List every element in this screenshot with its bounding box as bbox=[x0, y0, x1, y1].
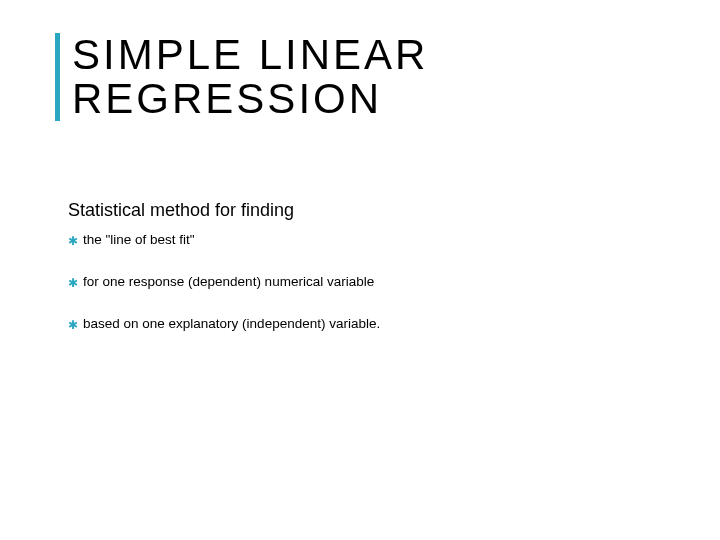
list-item: ✱ based on one explanatory (independent)… bbox=[68, 316, 628, 332]
list-item: ✱ the "line of best fit" bbox=[68, 232, 628, 248]
title-line-1: SIMPLE LINEAR bbox=[72, 31, 428, 78]
slide: SIMPLE LINEAR REGRESSION Statistical met… bbox=[0, 0, 720, 540]
bullet-list: ✱ the "line of best fit" ✱ for one respo… bbox=[68, 232, 628, 358]
slide-title: SIMPLE LINEAR REGRESSION bbox=[72, 33, 428, 121]
accent-bar bbox=[55, 33, 60, 121]
bullet-text: for one response (dependent) numerical v… bbox=[83, 274, 374, 290]
starburst-icon: ✱ bbox=[68, 276, 78, 290]
bullet-text: based on one explanatory (independent) v… bbox=[83, 316, 380, 332]
starburst-icon: ✱ bbox=[68, 234, 78, 248]
slide-subtitle: Statistical method for finding bbox=[68, 200, 294, 221]
title-line-2: REGRESSION bbox=[72, 75, 382, 122]
list-item: ✱ for one response (dependent) numerical… bbox=[68, 274, 628, 290]
starburst-icon: ✱ bbox=[68, 318, 78, 332]
bullet-text: the "line of best fit" bbox=[83, 232, 195, 248]
title-block: SIMPLE LINEAR REGRESSION bbox=[55, 33, 428, 121]
